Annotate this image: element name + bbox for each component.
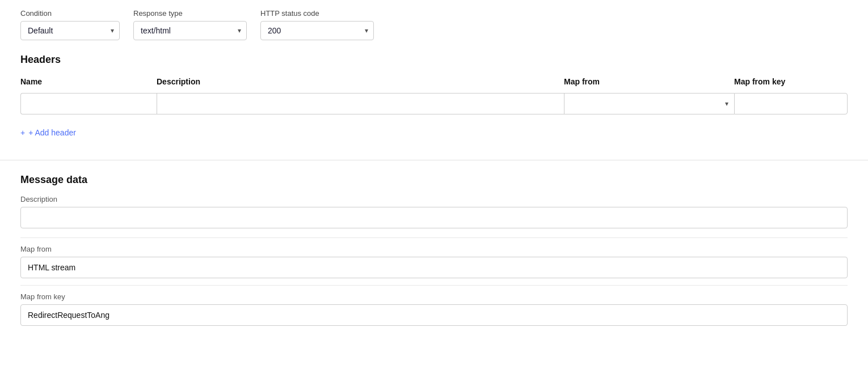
add-header-label: + Add header [28, 128, 76, 137]
http-status-field-group: HTTP status code 200 201 301 302 400 401… [260, 9, 374, 40]
map-from-key-group: Map from key [20, 285, 848, 326]
top-controls-row: Condition Default Custom ▾ Response type… [20, 9, 848, 40]
message-data-description-input[interactable] [20, 207, 848, 228]
response-type-select-wrapper[interactable]: text/html application/json text/plain ▾ [133, 21, 247, 40]
message-data-map-from-key-input[interactable] [20, 304, 848, 326]
message-data-section: Message data Description Map from Map fr… [20, 174, 848, 326]
col-header-description: Description [157, 75, 564, 88]
message-data-map-from-key-label: Map from key [20, 292, 848, 301]
plus-icon: + [20, 128, 25, 137]
response-type-select[interactable]: text/html application/json text/plain [133, 21, 247, 40]
headers-title: Headers [20, 54, 848, 66]
header-name-input[interactable] [20, 93, 157, 114]
response-type-field-group: Response type text/html application/json… [133, 9, 247, 40]
message-data-title: Message data [20, 174, 848, 186]
condition-field-group: Condition Default Custom ▾ [20, 9, 120, 40]
http-status-label: HTTP status code [260, 9, 374, 18]
headers-table-row: ▾ [20, 93, 848, 114]
col-header-map-from: Map from [564, 75, 734, 88]
section-divider [0, 160, 868, 160]
message-data-map-from-input[interactable] [20, 257, 848, 278]
headers-table-header: Name Description Map from Map from key [20, 75, 848, 88]
condition-select[interactable]: Default Custom [20, 21, 120, 40]
http-status-select[interactable]: 200 201 301 302 400 401 403 404 500 [260, 21, 374, 40]
header-map-from-cell: ▾ [564, 93, 734, 114]
header-description-input[interactable] [157, 93, 564, 114]
message-data-description-group: Description [20, 195, 848, 228]
header-map-from-key-input[interactable] [734, 93, 848, 114]
header-map-from-select[interactable] [564, 93, 734, 114]
condition-select-wrapper[interactable]: Default Custom ▾ [20, 21, 120, 40]
map-from-separator: Map from [20, 237, 848, 278]
message-data-description-label: Description [20, 195, 848, 207]
col-header-map-from-key: Map from key [734, 75, 848, 88]
response-type-label: Response type [133, 9, 247, 18]
http-status-select-wrapper[interactable]: 200 201 301 302 400 401 403 404 500 ▾ [260, 21, 374, 40]
add-header-button[interactable]: + + Add header [20, 124, 76, 142]
col-header-name: Name [20, 75, 157, 88]
condition-label: Condition [20, 9, 120, 18]
message-data-map-from-label: Map from [20, 245, 848, 253]
headers-section: Headers Name Description Map from Map fr… [20, 54, 848, 155]
